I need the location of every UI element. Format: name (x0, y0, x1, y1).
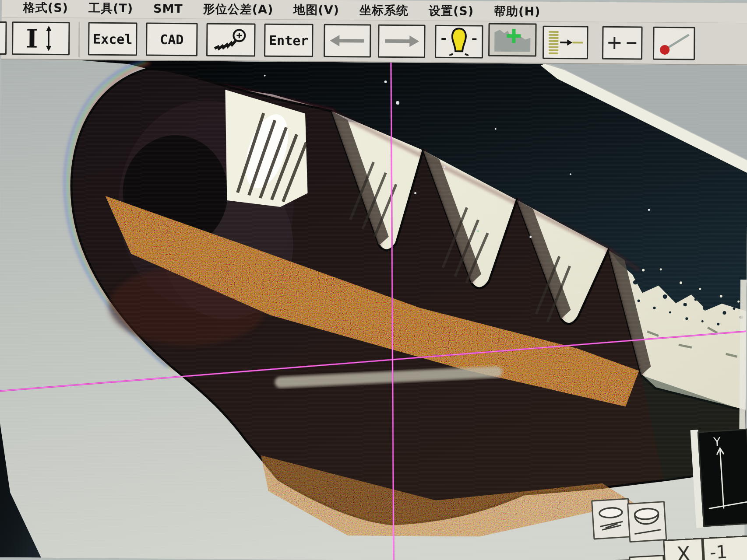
pan-left-button[interactable] (324, 24, 371, 58)
camera-viewport[interactable] (0, 60, 747, 560)
axis-orientation-display: Y (698, 429, 747, 527)
edge-scan-button[interactable] (543, 26, 588, 60)
partial-button[interactable] (0, 21, 7, 55)
arrow-right-icon (383, 33, 420, 49)
menu-format[interactable]: 格式(S) (13, 0, 78, 16)
x-axis-label: X (676, 542, 691, 560)
y-axis-label: Y (712, 434, 721, 448)
move-tool-button[interactable] (629, 555, 665, 560)
x-axis-line (708, 502, 747, 509)
screen: 格式(S) 工具(T) SMT 形位公差(A) 地图(V) 坐标系统 设置(S)… (0, 0, 747, 560)
menu-help[interactable]: 帮助(H) (484, 3, 551, 19)
circle-arrow-icon (634, 558, 660, 560)
arrow-left-icon (329, 33, 366, 49)
svg-text:I: I (26, 24, 38, 52)
menu-settings[interactable]: 设置(S) (419, 3, 484, 19)
y-axis-line (720, 449, 723, 509)
zoom-plus-minus-button[interactable] (602, 26, 643, 60)
pan-right-button[interactable] (378, 24, 426, 58)
histogram-capture-icon (493, 26, 532, 54)
cylinder-icon (630, 505, 665, 539)
height-measure-icon: I (20, 24, 62, 52)
cad-export-button[interactable]: CAD (146, 23, 198, 56)
enter-button-label: Enter (269, 32, 309, 48)
x-coordinate-label-cell: X (663, 538, 704, 560)
menu-coordinate-system[interactable]: 坐标系统 (349, 2, 419, 18)
histogram-capture-button[interactable] (488, 23, 537, 57)
menu-tools[interactable]: 工具(T) (78, 0, 143, 16)
probe-pin-button[interactable] (653, 27, 695, 60)
x-coordinate-value-cell: -1 (702, 535, 747, 560)
x-coordinate-value: -1 (709, 542, 728, 560)
enter-button[interactable]: Enter (264, 24, 314, 57)
cad-button-label: CAD (160, 32, 183, 47)
measuring-software-window: 格式(S) 工具(T) SMT 形位公差(A) 地图(V) 坐标系统 设置(S)… (0, 0, 747, 560)
edge-scan-icon (547, 29, 584, 56)
camera-image (0, 60, 747, 560)
cylinder-hatch-icon (594, 502, 629, 536)
menu-smt[interactable]: SMT (143, 2, 193, 16)
cylinder-tool-button-1[interactable] (591, 498, 631, 539)
toolbar: I Excel CAD Enter (1, 18, 747, 65)
screw-zoom-button[interactable] (206, 23, 256, 57)
light-control-button[interactable] (435, 25, 483, 59)
menu-geometric-tolerance[interactable]: 形位公差(A) (193, 1, 284, 18)
plus-minus-icon (606, 34, 638, 52)
excel-export-button[interactable]: Excel (88, 22, 137, 56)
probe-pin-icon (657, 31, 691, 56)
height-measure-button[interactable]: I (12, 21, 70, 55)
light-bulb-icon (440, 28, 478, 56)
screw-zoom-icon (212, 28, 250, 52)
excel-button-label: Excel (93, 31, 133, 47)
cylinder-tool-button-2[interactable] (627, 501, 667, 542)
menu-map[interactable]: 地图(V) (283, 2, 349, 18)
